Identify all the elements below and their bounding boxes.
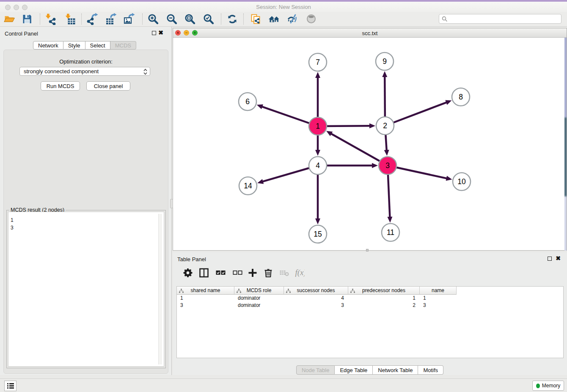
- export-image-icon[interactable]: [123, 13, 135, 25]
- search-input[interactable]: [449, 15, 559, 23]
- table-cell[interactable]: 3: [177, 302, 234, 309]
- export-network-icon[interactable]: [86, 13, 98, 25]
- tab-mcds[interactable]: MCDS: [110, 41, 136, 50]
- tab-motifs[interactable]: Motifs: [418, 365, 443, 375]
- table-cell[interactable]: dominator: [234, 302, 284, 309]
- delete-columns-icon[interactable]: [263, 268, 274, 280]
- column-header-predecessor-nodes[interactable]: predecessor nodes: [348, 287, 420, 295]
- tab-network-table[interactable]: Network Table: [373, 365, 418, 375]
- tab-edge-table[interactable]: Edge Table: [335, 365, 373, 375]
- node-2[interactable]: 2: [376, 117, 394, 135]
- node-table: shared nameMCDS rolesuccessor nodesprede…: [176, 286, 564, 358]
- refresh-icon[interactable]: [226, 13, 238, 25]
- first-neighbors-icon[interactable]: [268, 13, 280, 25]
- search-box[interactable]: [439, 14, 561, 24]
- network-scrollbar[interactable]: [564, 38, 567, 251]
- edge-2-8[interactable]: [385, 102, 446, 126]
- table-cell[interactable]: 3: [420, 302, 457, 309]
- table-cell[interactable]: 1: [420, 295, 457, 302]
- control-panel-title: Control Panel: [5, 30, 38, 37]
- deselect-all-columns-icon[interactable]: [232, 268, 243, 280]
- open-session-icon[interactable]: [3, 13, 15, 25]
- node-4[interactable]: 4: [309, 157, 327, 174]
- table-row[interactable]: 1dominator411: [177, 295, 563, 302]
- mcds-result-text[interactable]: 13: [8, 212, 164, 367]
- criterion-dropdown[interactable]: strongly connected component: [19, 67, 150, 76]
- import-network-icon[interactable]: [44, 13, 56, 25]
- svg-text:9: 9: [383, 57, 387, 66]
- toolbar-separator: [40, 14, 40, 25]
- node-11[interactable]: 11: [382, 224, 399, 241]
- close-panel-button[interactable]: Close panel: [86, 81, 130, 91]
- network-canvas[interactable]: 1234678910111415: [173, 38, 567, 251]
- import-table-icon[interactable]: [64, 13, 76, 25]
- run-mcds-button[interactable]: Run MCDS: [41, 81, 80, 91]
- toolbar-separator: [142, 14, 143, 25]
- edge-arrow-1-7: [315, 72, 320, 78]
- zoom-in-icon[interactable]: [147, 13, 159, 25]
- node-6[interactable]: 6: [239, 93, 256, 110]
- table-row[interactable]: 3dominator323: [177, 302, 563, 309]
- column-header-name[interactable]: name: [420, 287, 457, 295]
- table-cell[interactable]: 2: [348, 302, 420, 309]
- edge-arrow-4-14: [257, 179, 264, 184]
- table-cell[interactable]: dominator: [234, 295, 284, 302]
- control-panel-close-icon[interactable]: ✖: [158, 29, 163, 36]
- node-table-header: shared nameMCDS rolesuccessor nodesprede…: [177, 287, 563, 295]
- tab-network[interactable]: Network: [33, 41, 63, 50]
- toggle-columns-icon[interactable]: [198, 268, 209, 280]
- table-cell[interactable]: 3: [284, 302, 348, 309]
- table-cell[interactable]: 4: [284, 295, 348, 302]
- network-window-title: scc.txt: [173, 30, 567, 36]
- node-15[interactable]: 15: [309, 225, 327, 243]
- mcds-result-group: MCDS result (2 nodes) 13: [6, 210, 166, 368]
- task-history-button[interactable]: [4, 381, 17, 391]
- column-header-MCDS-role[interactable]: MCDS role: [234, 287, 284, 295]
- node-9[interactable]: 9: [376, 52, 394, 70]
- table-toolbar: f(x): [176, 264, 563, 284]
- add-column-icon[interactable]: [247, 268, 258, 280]
- node-3[interactable]: 3: [379, 157, 396, 174]
- tab-style[interactable]: Style: [63, 41, 85, 50]
- mcds-result-scrollbar[interactable]: [158, 214, 162, 364]
- table-settings-icon[interactable]: [182, 268, 193, 280]
- svg-text:1: 1: [316, 122, 320, 130]
- mcds-result-line: 1: [11, 216, 161, 224]
- svg-text:11: 11: [387, 228, 394, 237]
- node-14[interactable]: 14: [239, 177, 257, 195]
- node-8[interactable]: 8: [452, 88, 470, 106]
- network-resize-grip[interactable]: [366, 249, 369, 251]
- column-header-shared-name[interactable]: shared name: [177, 287, 234, 295]
- show-hide-style-icon[interactable]: [287, 13, 299, 25]
- node-10[interactable]: 10: [453, 173, 471, 190]
- function-builder-icon: f(x): [294, 268, 305, 280]
- column-header-successor-nodes[interactable]: successor nodes: [284, 287, 348, 295]
- edge-3-1[interactable]: [331, 134, 388, 166]
- memory-button[interactable]: Memory: [532, 381, 564, 391]
- toggle-bird-view-icon[interactable]: [306, 13, 317, 25]
- svg-text:6: 6: [245, 97, 250, 106]
- clone-network-icon[interactable]: [250, 13, 261, 25]
- zoom-selected-icon[interactable]: [203, 13, 215, 25]
- zoom-fit-icon[interactable]: [184, 13, 196, 25]
- select-all-columns-icon[interactable]: [215, 268, 226, 280]
- node-7[interactable]: 7: [309, 53, 327, 71]
- zoom-out-icon[interactable]: [166, 13, 178, 25]
- svg-text:f(x): f(x): [295, 268, 305, 277]
- edge-arrow-2-8: [445, 100, 451, 105]
- svg-text:3: 3: [385, 161, 390, 170]
- table-panel-float-icon[interactable]: [548, 257, 552, 261]
- tab-node-table[interactable]: Node Table: [296, 365, 335, 375]
- export-table-icon[interactable]: [105, 13, 117, 25]
- table-cell[interactable]: 1: [177, 295, 234, 302]
- tab-select[interactable]: Select: [85, 41, 110, 50]
- save-session-icon[interactable]: [21, 13, 33, 25]
- dropdown-stepper-icon: [143, 68, 148, 77]
- panel-splitter-handle[interactable]: [170, 199, 173, 208]
- table-cell[interactable]: 1: [348, 295, 420, 302]
- control-panel-float-icon[interactable]: [152, 31, 156, 35]
- table-panel-close-icon[interactable]: ✖: [556, 255, 561, 262]
- node-1[interactable]: 1: [309, 117, 327, 135]
- edge-arrow-3-11: [387, 217, 392, 223]
- criterion-value: strongly connected component: [24, 68, 99, 75]
